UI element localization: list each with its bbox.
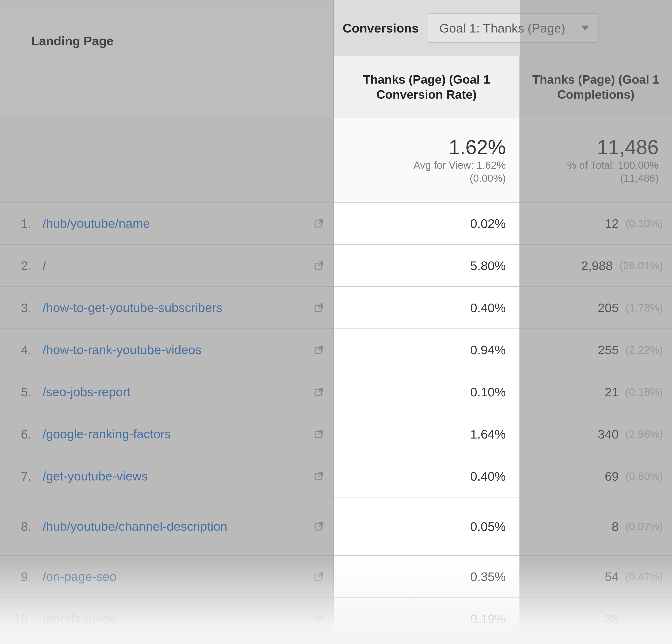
table-header: Landing Page Conversions Goal 1: Thanks … [0, 0, 672, 118]
completions-cell: 340(2.96%) [520, 413, 672, 455]
table-row: 6./google-ranking-factors1.64%340(2.96%) [0, 413, 672, 455]
open-in-new-icon[interactable] [313, 386, 324, 397]
table-row: 5./seo-jobs-report0.10%21(0.18%) [0, 371, 672, 413]
landing-page-link[interactable]: /google-ranking-factors [43, 427, 302, 441]
open-in-new-icon[interactable] [313, 344, 324, 355]
conversion-rate-cell: 1.64% [334, 413, 520, 455]
row-index: 10. [13, 611, 31, 626]
open-in-new-icon[interactable] [313, 521, 324, 532]
completions-value: 69 [605, 469, 619, 484]
completions-percent: (0.10%) [625, 217, 663, 230]
row-index: 5. [13, 385, 31, 399]
landing-page-cell: 1./hub/youtube/name [0, 203, 334, 244]
open-in-new-icon[interactable] [313, 218, 324, 229]
open-in-new-icon[interactable] [313, 613, 324, 624]
landing-page-cell: 9./on-page-seo [0, 556, 334, 597]
summary-rate-value: 1.62% [449, 136, 506, 159]
landing-page-link[interactable]: /on-page-seo [43, 569, 302, 584]
row-index: 1. [13, 216, 31, 231]
completions-cell: 205(1.78%) [520, 287, 672, 329]
landing-page-link[interactable]: /seo-jobs-report [43, 384, 302, 399]
goal-selector-dropdown[interactable]: Goal 1: Thanks (Page) [428, 13, 598, 43]
table-row: 4./how-to-rank-youtube-videos0.94%255(2.… [0, 329, 672, 371]
landing-page-cell: 10./ahrefs-guide [0, 598, 334, 640]
conversion-rate-cell: 0.19% [334, 598, 520, 640]
landing-page-cell: 6./google-ranking-factors [0, 413, 334, 455]
table-row: 8./hub/youtube/channel-description0.05%8… [0, 498, 672, 556]
conversion-rate-cell: 0.02% [334, 203, 520, 244]
landing-page-cell: 3./how-to-get-youtube-subscribers [0, 287, 334, 329]
landing-page-cell: 5./seo-jobs-report [0, 371, 334, 413]
table-row: 2./5.80%2,988(26.01%) [0, 245, 672, 287]
completions-value: 12 [605, 216, 619, 231]
landing-page-cell: 8./hub/youtube/channel-description [0, 498, 334, 555]
summary-completions: 11,486 % of Total: 100.00% (11,486) [520, 118, 672, 202]
landing-page-cell: 7./get-youtube-views [0, 455, 334, 497]
completions-value: 21 [605, 385, 619, 399]
summary-completions-value: 11,486 [597, 136, 659, 159]
landing-page-link[interactable]: /get-youtube-views [43, 468, 302, 484]
completions-value: 54 [605, 569, 619, 584]
column-header-conversion-rate[interactable]: Thanks (Page) (Goal 1 Conversion Rate) [334, 56, 520, 118]
table-row: 3./how-to-get-youtube-subscribers0.40%20… [0, 287, 672, 329]
landing-page-link[interactable]: /how-to-rank-youtube-videos [43, 342, 302, 357]
landing-page-link[interactable]: /hub/youtube/name [43, 216, 302, 231]
landing-page-header-label: Landing Page [31, 34, 113, 48]
completions-percent: (0.24%) [625, 613, 663, 625]
open-in-new-icon[interactable] [313, 302, 324, 313]
conversion-rate-cell: 5.80% [334, 245, 520, 286]
row-index: 4. [13, 343, 31, 357]
conversion-rate-cell: 0.35% [334, 556, 520, 597]
table-row: 1./hub/youtube/name0.02%12(0.10%) [0, 203, 672, 245]
row-index: 9. [13, 569, 31, 584]
landing-page-link[interactable]: /ahrefs-guide [43, 611, 302, 626]
row-index: 2. [13, 258, 31, 273]
completions-value: 28 [605, 611, 619, 626]
completions-percent: (0.60%) [625, 470, 663, 482]
open-in-new-icon[interactable] [313, 571, 324, 582]
completions-cell: 255(2.22%) [520, 329, 672, 371]
completions-cell: 8(0.07%) [520, 498, 672, 555]
row-index: 3. [13, 300, 31, 315]
completions-percent: (0.07%) [625, 520, 663, 533]
row-index: 8. [13, 519, 31, 534]
completions-value: 205 [598, 300, 619, 315]
landing-page-link[interactable]: /hub/youtube/channel-description [43, 519, 302, 534]
conversion-rate-cell: 0.40% [334, 287, 520, 329]
open-in-new-icon[interactable] [313, 428, 324, 440]
column-header-completions[interactable]: Thanks (Page) (Goal 1 Completions) [520, 56, 672, 118]
chevron-down-icon [581, 25, 589, 31]
completions-cell: 2,988(26.01%) [520, 245, 672, 286]
landing-page-link[interactable]: /how-to-get-youtube-subscribers [43, 300, 302, 315]
summary-conversion-rate: 1.62% Avg for View: 1.62% (0.00%) [334, 118, 520, 202]
conversion-rate-cell: 0.05% [334, 498, 520, 555]
completions-value: 2,988 [581, 258, 613, 273]
completions-cell: 54(0.47%) [520, 556, 672, 597]
completions-percent: (26.01%) [619, 260, 663, 272]
conversion-rate-cell: 0.94% [334, 329, 520, 371]
completions-value: 8 [612, 519, 619, 534]
completions-percent: (2.22%) [625, 344, 663, 356]
completions-cell: 12(0.10%) [520, 203, 672, 244]
row-index: 7. [13, 469, 31, 484]
landing-page-link[interactable]: / [43, 258, 302, 273]
table-row: 9./on-page-seo0.35%54(0.47%) [0, 556, 672, 598]
goal-selector-value: Goal 1: Thanks (Page) [439, 21, 565, 35]
completions-cell: 21(0.18%) [520, 371, 672, 413]
landing-page-table: Landing Page Conversions Goal 1: Thanks … [0, 0, 672, 640]
completions-percent: (0.18%) [625, 386, 663, 398]
completions-percent: (1.78%) [625, 302, 663, 314]
open-in-new-icon[interactable] [313, 470, 324, 482]
conversions-label: Conversions [343, 21, 419, 35]
table-row: 7./get-youtube-views0.40%69(0.60%) [0, 455, 672, 498]
conversion-rate-cell: 0.10% [334, 371, 520, 413]
completions-value: 255 [598, 343, 619, 357]
completions-cell: 69(0.60%) [520, 455, 672, 497]
open-in-new-icon[interactable] [313, 260, 324, 271]
completions-cell: 28(0.24%) [520, 598, 672, 640]
completions-percent: (0.47%) [625, 571, 663, 583]
landing-page-cell: 2./ [0, 245, 334, 286]
summary-row: 1.62% Avg for View: 1.62% (0.00%) 11,486… [0, 118, 672, 203]
completions-value: 340 [598, 427, 619, 441]
column-header-landing-page[interactable]: Landing Page [0, 0, 334, 118]
